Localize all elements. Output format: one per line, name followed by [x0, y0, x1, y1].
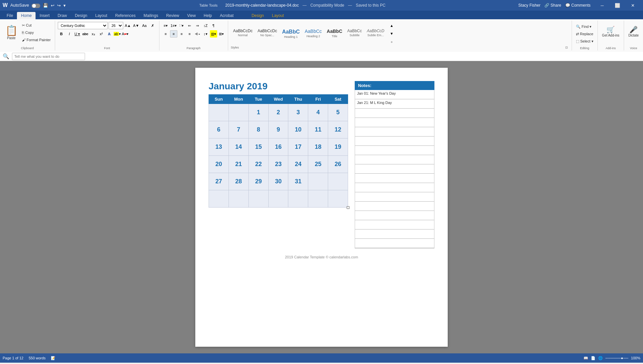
paste-button[interactable]: 📋 Paste — [3, 22, 20, 43]
font-family-select[interactable]: Century Gothic — [58, 22, 108, 29]
find-btn[interactable]: 🔍 Find ▾ — [575, 23, 593, 30]
view-web-icon[interactable]: 🌐 — [598, 356, 603, 360]
sort-btn[interactable]: ↕Z — [202, 22, 209, 29]
tab-mailings[interactable]: Mailings — [139, 12, 162, 19]
replace-btn[interactable]: ⇄ Replace — [575, 31, 595, 37]
zoom-bar[interactable]: ──────●── — [605, 356, 628, 360]
view-print-icon[interactable]: 📄 — [591, 356, 596, 360]
tab-review[interactable]: Review — [162, 12, 183, 19]
share-btn[interactable]: 🔗 Share — [544, 3, 561, 8]
view-read-icon[interactable]: 📖 — [584, 356, 588, 360]
minimize-btn[interactable]: ─ — [595, 0, 610, 11]
text-effects-btn[interactable]: A — [106, 30, 113, 38]
change-case-btn[interactable]: Aa — [141, 22, 148, 29]
format-painter-button[interactable]: 🖌 Format Painter — [21, 37, 52, 43]
dictate-btn[interactable]: 🎤 Dictate — [627, 22, 640, 41]
style-subtle-em[interactable]: AaBbCcD Subtle Em... — [365, 27, 387, 40]
style-subtitle[interactable]: AaBbCc Subtitle — [345, 27, 364, 40]
calendar-footer: 2019 Calendar Template © calendarlabs.co… — [209, 255, 434, 259]
styles-scroll-down[interactable]: ▼ — [388, 30, 395, 37]
more-qa-icon[interactable]: ▾ — [63, 2, 66, 9]
clear-format-btn[interactable]: ✗ — [149, 22, 156, 29]
notes-line — [355, 239, 434, 248]
justify-btn[interactable]: ≡ — [186, 30, 193, 38]
tell-me-input[interactable] — [12, 53, 85, 60]
get-addins-btn[interactable]: 🛒 Get Add-ins — [600, 22, 621, 41]
copy-button[interactable]: ⎘ Copy — [21, 29, 52, 36]
show-marks-btn[interactable]: ¶ — [210, 22, 217, 29]
numbering-btn[interactable]: 1≡▾ — [170, 22, 177, 29]
calendar-day-cell: 25 — [308, 156, 328, 173]
voice-group: 🎤 Dictate Voice — [624, 21, 643, 50]
tab-file[interactable]: File — [3, 12, 17, 19]
decrease-indent-btn[interactable]: ⇐ — [186, 22, 193, 29]
tab-acrobat[interactable]: Acrobat — [216, 12, 237, 19]
ribbon: 📋 Paste ✂ Cut ⎘ Copy 🖌 Format Painter Cl… — [0, 19, 643, 52]
increase-font-btn[interactable]: A▲ — [124, 22, 132, 29]
styles-label: Styles — [231, 46, 239, 50]
tab-insert[interactable]: Insert — [36, 12, 53, 19]
tab-view[interactable]: View — [183, 12, 200, 19]
borders-btn[interactable]: ⊞▾ — [218, 30, 225, 38]
close-btn[interactable]: ✕ — [625, 0, 640, 11]
superscript-btn[interactable]: x² — [98, 30, 105, 38]
tab-home[interactable]: Home — [17, 12, 36, 19]
cut-button[interactable]: ✂ Cut — [21, 22, 52, 29]
styles-scroll-up[interactable]: ▲ — [388, 22, 395, 29]
find-icon: 🔍 — [576, 25, 581, 29]
tab-design-doc[interactable]: Design — [71, 12, 91, 19]
styles-group: AaBbCcDc Normal AaBbCcDc No Spac... AaBb… — [228, 21, 572, 50]
line-spacing-btn[interactable]: ↕▾ — [202, 30, 209, 38]
tab-layout[interactable]: Layout — [91, 12, 111, 19]
select-btn[interactable]: ⬚ Select ▾ — [575, 38, 595, 45]
multilevel-btn[interactable]: ∷▾ — [178, 22, 185, 29]
autosave-toggle[interactable]: AutoSave — [10, 2, 41, 8]
strikethrough-btn[interactable]: abc — [82, 30, 89, 38]
highlight-color-btn[interactable]: ab▾ — [114, 30, 121, 38]
search-icon: 🔍 — [3, 53, 9, 59]
calendar-day-cell: 31 — [288, 173, 308, 190]
style-normal[interactable]: AaBbCcDc Normal — [231, 27, 255, 40]
font-size-select[interactable]: 26 — [109, 22, 123, 29]
calendar-day-cell: 16 — [268, 138, 288, 156]
increase-indent-btn[interactable]: ⇒ — [194, 22, 201, 29]
tab-draw[interactable]: Draw — [53, 12, 71, 19]
bullets-btn[interactable]: ≡▾ — [162, 22, 169, 29]
calendar-day-cell: 13 — [209, 138, 229, 156]
styles-dialog-btn[interactable]: ⊡ — [564, 45, 569, 50]
table-resize-handle[interactable] — [347, 206, 349, 209]
restore-btn[interactable]: ⬜ — [610, 0, 625, 11]
redo-icon[interactable]: ↪ — [56, 2, 61, 9]
calendar-day-cell: 8 — [248, 121, 268, 138]
style-title[interactable]: AaBbC Title — [324, 27, 345, 40]
copy-icon: ⎘ — [22, 31, 24, 35]
proofing-icon[interactable]: 📝 — [51, 356, 55, 360]
subscript-btn[interactable]: x₂ — [90, 30, 97, 38]
align-center-btn[interactable]: ≡ — [170, 30, 177, 38]
styles-expand[interactable]: ⬦ — [388, 38, 395, 45]
style-heading2[interactable]: AaBbCc Heading 2 — [302, 27, 324, 40]
style-no-spacing[interactable]: AaBbCcDc No Spac... — [255, 27, 279, 40]
clipboard-label: Clipboard — [3, 46, 52, 50]
tab-help[interactable]: Help — [200, 12, 216, 19]
shading-btn[interactable]: ▥▾ — [210, 30, 217, 38]
undo-icon[interactable]: ↩ — [50, 2, 55, 9]
tab-design-table[interactable]: Design — [247, 12, 268, 19]
style-heading1[interactable]: AaBbC Heading 1 — [280, 27, 302, 40]
calendar-day-cell: 12 — [328, 121, 348, 138]
notes-line — [355, 155, 434, 164]
italic-btn[interactable]: I — [66, 30, 73, 38]
tab-references[interactable]: References — [111, 12, 139, 19]
save-icon[interactable]: 💾 — [42, 2, 49, 9]
calendar-day-cell: 26 — [328, 156, 348, 173]
align-left-btn[interactable]: ≡ — [162, 30, 169, 38]
font-color-btn[interactable]: A ▾ — [122, 30, 129, 38]
comments-btn[interactable]: 💬 Comments — [565, 3, 591, 8]
align-right-btn[interactable]: ≡ — [178, 30, 185, 38]
col-btn[interactable]: ⫷▾ — [194, 30, 201, 38]
bold-btn[interactable]: B — [58, 30, 65, 38]
calendar-day-cell: 27 — [209, 173, 229, 190]
tab-layout-table[interactable]: Layout — [268, 12, 288, 19]
decrease-font-btn[interactable]: A▼ — [133, 22, 140, 29]
underline-btn[interactable]: U ▾ — [74, 30, 81, 38]
